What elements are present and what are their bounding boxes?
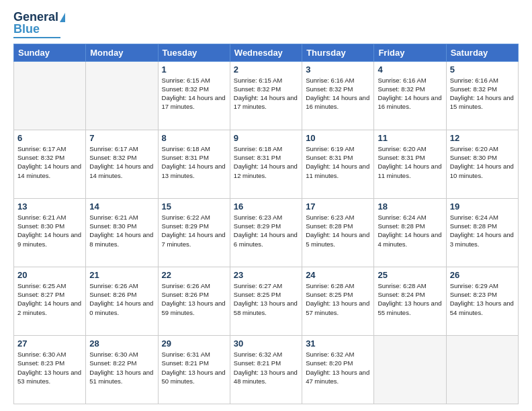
day-number: 22 bbox=[162, 270, 226, 280]
day-info: Sunrise: 6:20 AM Sunset: 8:30 PM Dayligh… bbox=[450, 144, 515, 180]
calendar-cell: 2Sunrise: 6:15 AM Sunset: 8:32 PM Daylig… bbox=[230, 61, 302, 130]
calendar-cell: 4Sunrise: 6:16 AM Sunset: 8:32 PM Daylig… bbox=[374, 61, 446, 130]
calendar-cell: 13Sunrise: 6:21 AM Sunset: 8:30 PM Dayli… bbox=[14, 198, 86, 267]
day-number: 15 bbox=[162, 201, 226, 212]
day-number: 25 bbox=[378, 270, 442, 280]
calendar-body: 1Sunrise: 6:15 AM Sunset: 8:32 PM Daylig… bbox=[14, 61, 519, 404]
day-number: 4 bbox=[378, 64, 442, 75]
weekday-header-saturday: Saturday bbox=[446, 44, 518, 61]
day-info: Sunrise: 6:24 AM Sunset: 8:28 PM Dayligh… bbox=[450, 213, 515, 248]
day-info: Sunrise: 6:24 AM Sunset: 8:28 PM Dayligh… bbox=[378, 213, 442, 248]
calendar-cell: 15Sunrise: 6:22 AM Sunset: 8:29 PM Dayli… bbox=[158, 198, 230, 267]
day-info: Sunrise: 6:21 AM Sunset: 8:30 PM Dayligh… bbox=[89, 213, 154, 248]
calendar-cell: 25Sunrise: 6:28 AM Sunset: 8:24 PM Dayli… bbox=[374, 267, 446, 335]
day-number: 27 bbox=[17, 338, 82, 349]
calendar-cell: 9Sunrise: 6:18 AM Sunset: 8:31 PM Daylig… bbox=[230, 130, 302, 198]
day-number: 14 bbox=[89, 201, 154, 212]
day-info: Sunrise: 6:27 AM Sunset: 8:25 PM Dayligh… bbox=[234, 281, 298, 317]
day-info: Sunrise: 6:25 AM Sunset: 8:27 PM Dayligh… bbox=[17, 281, 82, 317]
calendar-cell: 16Sunrise: 6:23 AM Sunset: 8:29 PM Dayli… bbox=[230, 198, 302, 267]
calendar-cell: 27Sunrise: 6:30 AM Sunset: 8:23 PM Dayli… bbox=[14, 335, 86, 404]
calendar-week-3: 13Sunrise: 6:21 AM Sunset: 8:30 PM Dayli… bbox=[14, 198, 519, 267]
day-number: 19 bbox=[450, 201, 515, 212]
weekday-header-friday: Friday bbox=[374, 44, 446, 61]
day-number: 20 bbox=[17, 270, 82, 280]
day-number: 23 bbox=[234, 270, 298, 280]
day-number: 28 bbox=[89, 338, 154, 349]
calendar-cell bbox=[86, 61, 158, 130]
day-info: Sunrise: 6:23 AM Sunset: 8:29 PM Dayligh… bbox=[234, 213, 298, 248]
calendar-cell: 29Sunrise: 6:31 AM Sunset: 8:21 PM Dayli… bbox=[158, 335, 230, 404]
calendar-header: SundayMondayTuesdayWednesdayThursdayFrid… bbox=[14, 44, 519, 61]
day-number: 1 bbox=[162, 64, 226, 75]
day-number: 9 bbox=[234, 133, 298, 143]
day-info: Sunrise: 6:16 AM Sunset: 8:32 PM Dayligh… bbox=[450, 76, 515, 111]
day-info: Sunrise: 6:17 AM Sunset: 8:32 PM Dayligh… bbox=[17, 144, 82, 180]
day-number: 5 bbox=[450, 64, 515, 75]
day-info: Sunrise: 6:15 AM Sunset: 8:32 PM Dayligh… bbox=[234, 76, 298, 111]
day-number: 16 bbox=[234, 201, 298, 212]
day-info: Sunrise: 6:28 AM Sunset: 8:25 PM Dayligh… bbox=[306, 281, 370, 317]
weekday-header-sunday: Sunday bbox=[14, 44, 86, 61]
day-info: Sunrise: 6:26 AM Sunset: 8:26 PM Dayligh… bbox=[89, 281, 154, 317]
day-number: 8 bbox=[162, 133, 226, 143]
day-number: 29 bbox=[162, 338, 226, 349]
calendar-cell bbox=[14, 61, 86, 130]
calendar-cell: 17Sunrise: 6:23 AM Sunset: 8:28 PM Dayli… bbox=[302, 198, 374, 267]
day-info: Sunrise: 6:16 AM Sunset: 8:32 PM Dayligh… bbox=[306, 76, 370, 111]
weekday-header-thursday: Thursday bbox=[302, 44, 374, 61]
day-number: 13 bbox=[17, 201, 82, 212]
logo-text-blue: Blue bbox=[13, 23, 40, 36]
calendar-week-2: 6Sunrise: 6:17 AM Sunset: 8:32 PM Daylig… bbox=[14, 130, 519, 198]
calendar-week-5: 27Sunrise: 6:30 AM Sunset: 8:23 PM Dayli… bbox=[14, 335, 519, 404]
day-info: Sunrise: 6:32 AM Sunset: 8:21 PM Dayligh… bbox=[234, 350, 298, 385]
day-number: 11 bbox=[378, 133, 442, 143]
calendar-cell: 21Sunrise: 6:26 AM Sunset: 8:26 PM Dayli… bbox=[86, 267, 158, 335]
day-info: Sunrise: 6:17 AM Sunset: 8:32 PM Dayligh… bbox=[89, 144, 154, 180]
calendar-cell: 24Sunrise: 6:28 AM Sunset: 8:25 PM Dayli… bbox=[302, 267, 374, 335]
calendar-cell: 31Sunrise: 6:32 AM Sunset: 8:20 PM Dayli… bbox=[302, 335, 374, 404]
calendar-cell: 18Sunrise: 6:24 AM Sunset: 8:28 PM Dayli… bbox=[374, 198, 446, 267]
day-info: Sunrise: 6:30 AM Sunset: 8:23 PM Dayligh… bbox=[17, 350, 82, 385]
weekday-header-wednesday: Wednesday bbox=[230, 44, 302, 61]
calendar-cell: 5Sunrise: 6:16 AM Sunset: 8:32 PM Daylig… bbox=[446, 61, 518, 130]
calendar-cell: 20Sunrise: 6:25 AM Sunset: 8:27 PM Dayli… bbox=[14, 267, 86, 335]
calendar-cell: 10Sunrise: 6:19 AM Sunset: 8:31 PM Dayli… bbox=[302, 130, 374, 198]
logo-triangle-icon bbox=[60, 13, 65, 22]
calendar-cell: 26Sunrise: 6:29 AM Sunset: 8:23 PM Dayli… bbox=[446, 267, 518, 335]
day-info: Sunrise: 6:15 AM Sunset: 8:32 PM Dayligh… bbox=[162, 76, 226, 111]
day-number: 17 bbox=[306, 201, 370, 212]
day-number: 7 bbox=[89, 133, 154, 143]
calendar-cell: 30Sunrise: 6:32 AM Sunset: 8:21 PM Dayli… bbox=[230, 335, 302, 404]
day-number: 31 bbox=[306, 338, 370, 349]
calendar-cell: 23Sunrise: 6:27 AM Sunset: 8:25 PM Dayli… bbox=[230, 267, 302, 335]
day-number: 10 bbox=[306, 133, 370, 143]
day-info: Sunrise: 6:28 AM Sunset: 8:24 PM Dayligh… bbox=[378, 281, 442, 317]
day-info: Sunrise: 6:19 AM Sunset: 8:31 PM Dayligh… bbox=[306, 144, 370, 180]
day-info: Sunrise: 6:16 AM Sunset: 8:32 PM Dayligh… bbox=[378, 76, 442, 111]
calendar-cell: 7Sunrise: 6:17 AM Sunset: 8:32 PM Daylig… bbox=[86, 130, 158, 198]
day-info: Sunrise: 6:20 AM Sunset: 8:31 PM Dayligh… bbox=[378, 144, 442, 180]
day-info: Sunrise: 6:18 AM Sunset: 8:31 PM Dayligh… bbox=[162, 144, 226, 180]
day-info: Sunrise: 6:21 AM Sunset: 8:30 PM Dayligh… bbox=[17, 213, 82, 248]
day-info: Sunrise: 6:18 AM Sunset: 8:31 PM Dayligh… bbox=[234, 144, 298, 180]
weekday-header-row: SundayMondayTuesdayWednesdayThursdayFrid… bbox=[14, 44, 519, 61]
weekday-header-monday: Monday bbox=[86, 44, 158, 61]
day-info: Sunrise: 6:29 AM Sunset: 8:23 PM Dayligh… bbox=[450, 281, 515, 317]
page: General Blue SundayMondayTuesdayWednesda… bbox=[0, 0, 532, 411]
logo: General Blue bbox=[13, 11, 65, 38]
weekday-header-tuesday: Tuesday bbox=[158, 44, 230, 61]
day-number: 12 bbox=[450, 133, 515, 143]
calendar-cell: 8Sunrise: 6:18 AM Sunset: 8:31 PM Daylig… bbox=[158, 130, 230, 198]
calendar-cell: 6Sunrise: 6:17 AM Sunset: 8:32 PM Daylig… bbox=[14, 130, 86, 198]
day-info: Sunrise: 6:26 AM Sunset: 8:26 PM Dayligh… bbox=[162, 281, 226, 317]
calendar-cell bbox=[446, 335, 518, 404]
day-number: 3 bbox=[306, 64, 370, 75]
day-info: Sunrise: 6:23 AM Sunset: 8:28 PM Dayligh… bbox=[306, 213, 370, 248]
day-info: Sunrise: 6:32 AM Sunset: 8:20 PM Dayligh… bbox=[306, 350, 370, 385]
logo-underline bbox=[13, 37, 60, 38]
calendar-cell: 11Sunrise: 6:20 AM Sunset: 8:31 PM Dayli… bbox=[374, 130, 446, 198]
day-number: 26 bbox=[450, 270, 515, 280]
calendar-cell: 22Sunrise: 6:26 AM Sunset: 8:26 PM Dayli… bbox=[158, 267, 230, 335]
calendar-cell: 12Sunrise: 6:20 AM Sunset: 8:30 PM Dayli… bbox=[446, 130, 518, 198]
